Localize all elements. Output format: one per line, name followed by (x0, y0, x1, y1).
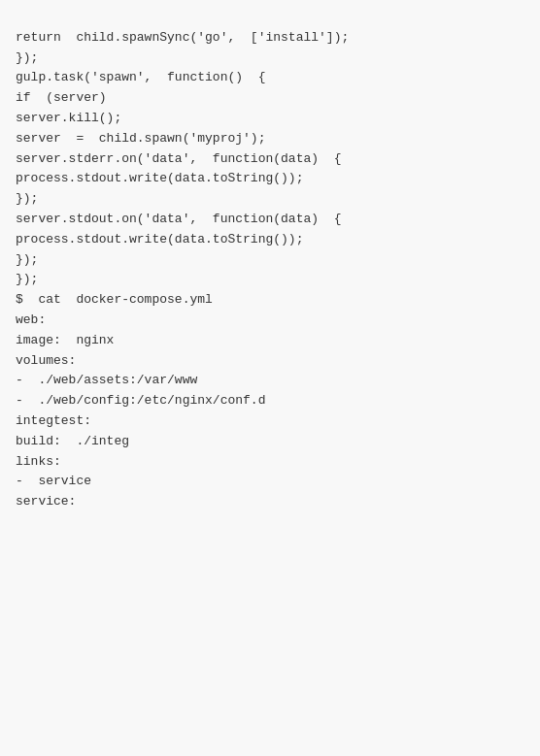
code-line: server.stderr.on('data', function(data) … (16, 149, 524, 170)
code-line: return child.spawnSync('go', ['install']… (16, 28, 524, 49)
code-line: - ./web/config:/etc/nginx/conf.d (16, 391, 524, 411)
code-block: return child.spawnSync('go', ['install']… (0, 0, 540, 520)
code-line: image: nginx (16, 331, 524, 351)
code-line: $ cat docker-compose.yml (16, 290, 524, 311)
code-line: }); (16, 250, 524, 271)
code-line: }); (16, 270, 524, 290)
code-line: gulp.task('spawn', function() { (16, 68, 524, 88)
code-line: }); (16, 189, 524, 210)
code-line: }); (16, 49, 524, 69)
code-line: process.stdout.write(data.toString()); (16, 169, 524, 189)
code-line: links: (16, 452, 524, 473)
code-line: integtest: (16, 411, 524, 432)
code-line: service: (16, 492, 524, 512)
code-line: - ./web/assets:/var/www (16, 371, 524, 391)
code-line: if (server) (16, 88, 524, 109)
code-line: server.stdout.on('data', function(data) … (16, 210, 524, 230)
code-line: build: ./integ (16, 432, 524, 452)
code-line: server.kill(); (16, 109, 524, 129)
code-line: volumes: (16, 351, 524, 372)
code-line: process.stdout.write(data.toString()); (16, 230, 524, 250)
code-line: - service (16, 472, 524, 492)
code-line: server = child.spawn('myproj'); (16, 129, 524, 149)
code-line: web: (16, 311, 524, 331)
